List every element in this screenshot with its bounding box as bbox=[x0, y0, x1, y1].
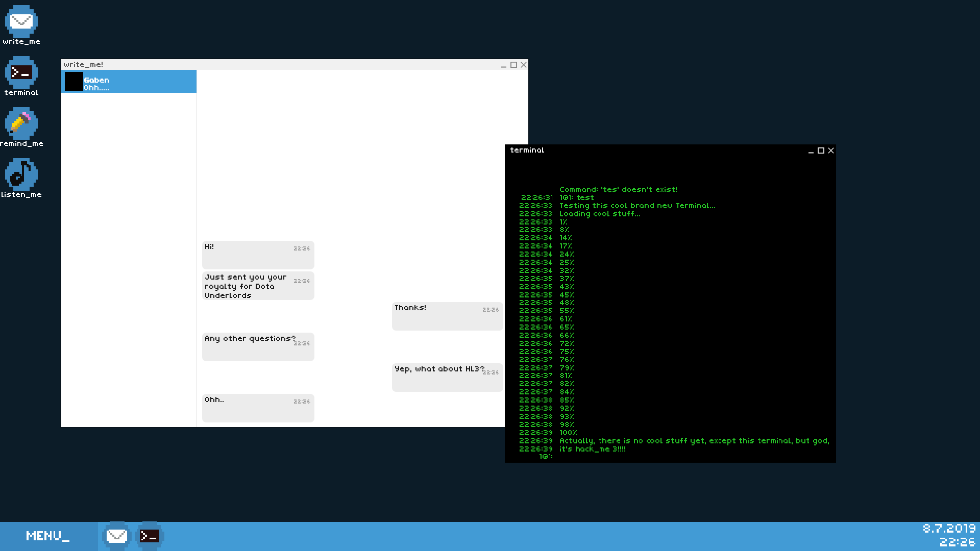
terminal-line-message-canvas bbox=[560, 252, 574, 259]
contact-row-gaben[interactable]: Gaben Ohh..... bbox=[61, 70, 197, 93]
terminal-line-message: 66% bbox=[560, 333, 574, 341]
terminal-line-message: Command: 'tes' doesn't exist! bbox=[560, 187, 677, 195]
terminal-line: 22:26:33 8% bbox=[505, 227, 836, 235]
terminal-line-timestamp: 22:26:35 bbox=[505, 308, 553, 316]
menu-button-label: MENU_ bbox=[27, 531, 69, 544]
chat-message-text-canvas bbox=[205, 274, 286, 300]
write-me-window-title-canvas bbox=[64, 62, 103, 69]
terminal-line: 22:26:38 98% bbox=[505, 422, 836, 430]
terminal-line-message-canvas bbox=[560, 211, 640, 218]
terminal-line-timestamp: 22:26:36 bbox=[505, 333, 553, 341]
chat-message-text-canvas bbox=[205, 244, 213, 251]
terminal-line-timestamp-canvas bbox=[520, 300, 553, 307]
terminal-line-message-canvas bbox=[560, 235, 572, 242]
terminal-line: 22:26:38 93% bbox=[505, 414, 836, 422]
taskbar-time: 22:26 bbox=[940, 538, 976, 550]
chat-message: Ohh.. 22:26 bbox=[202, 394, 314, 422]
terminal-line-message: Loading cool stuff... bbox=[560, 211, 640, 219]
terminal-line-timestamp-canvas bbox=[520, 446, 553, 454]
terminal-line-timestamp: 22:26:31 bbox=[505, 195, 553, 203]
chat-message-time: 22:26 bbox=[483, 308, 499, 313]
terminal-line-message: 84% bbox=[560, 389, 574, 397]
terminal-line-timestamp-canvas bbox=[520, 324, 553, 332]
terminal-line-timestamp: 22:26:37 bbox=[505, 381, 553, 389]
terminal-line-timestamp-canvas bbox=[520, 357, 553, 364]
terminal-line: 22:26:35 43% bbox=[505, 284, 836, 292]
chat-message: Any other questions? 22:26 bbox=[202, 333, 314, 361]
maximize-icon[interactable] bbox=[510, 62, 517, 68]
desktop-icon-remind_me[interactable]: remind_me bbox=[5, 107, 38, 142]
terminal-window-controls bbox=[808, 147, 834, 154]
terminal-icon bbox=[5, 56, 38, 89]
write-me-window: write_me! Gaben Ohh..... Hi! 22:26 Just … bbox=[61, 59, 528, 427]
terminal-line-message: 82% bbox=[560, 381, 574, 389]
terminal-line-timestamp: 22:26:35 bbox=[505, 292, 553, 300]
terminal-line-message-canvas bbox=[560, 446, 625, 454]
terminal-line-timestamp-canvas bbox=[520, 316, 553, 323]
taskbar-app-terminal[interactable] bbox=[135, 521, 164, 551]
contact-avatar bbox=[65, 72, 83, 91]
terminal-line-timestamp-canvas bbox=[520, 308, 553, 315]
close-icon[interactable] bbox=[521, 62, 527, 68]
terminal-line-timestamp: 22:26:33 bbox=[505, 227, 553, 235]
terminal-line-message-canvas bbox=[560, 454, 561, 461]
contact-preview: Ohh..... bbox=[84, 85, 109, 92]
desktop-icon-terminal[interactable]: terminal bbox=[5, 56, 38, 91]
terminal-line-message-canvas bbox=[560, 300, 574, 307]
terminal-line-message-canvas bbox=[560, 195, 594, 202]
terminal-line-message: 81% bbox=[560, 373, 572, 381]
minimize-icon[interactable] bbox=[808, 147, 814, 154]
terminal-line-timestamp: 22:26:34 bbox=[505, 252, 553, 260]
terminal-line: 22:26:39 Actually, there is no cool stuf… bbox=[505, 438, 836, 446]
chat-message-text-canvas bbox=[205, 397, 224, 404]
chat-message-time-canvas bbox=[483, 370, 499, 376]
chat-message-time-canvas bbox=[294, 279, 310, 285]
desktop-icon-label-canvas bbox=[2, 192, 41, 199]
taskbar-app-write-me[interactable] bbox=[102, 521, 132, 551]
terminal-line: 22:26:37 79% bbox=[505, 365, 836, 373]
terminal-line-timestamp: 22:26:38 bbox=[505, 397, 553, 406]
terminal-line-timestamp-canvas bbox=[522, 195, 553, 202]
terminal-line-timestamp-canvas bbox=[520, 389, 553, 396]
terminal-line-message: it's hack_me 3!!!! bbox=[560, 446, 625, 455]
chat-message-text: Ohh.. bbox=[205, 397, 224, 404]
terminal-line-message: 75% bbox=[560, 349, 574, 357]
menu-button[interactable]: MENU_ bbox=[0, 522, 98, 551]
terminal-line-message-canvas bbox=[560, 430, 577, 437]
terminal-line-timestamp bbox=[505, 187, 553, 195]
write-me-titlebar[interactable]: write_me! bbox=[61, 59, 528, 70]
terminal-line-timestamp: 22:26:33 bbox=[505, 211, 553, 219]
terminal-window-title: terminal bbox=[510, 147, 544, 155]
terminal-line-message-canvas bbox=[560, 349, 574, 356]
write-me-window-title: write_me! bbox=[64, 62, 103, 69]
desktop-icon-write_me[interactable]: write_me bbox=[5, 5, 38, 40]
terminal-line-timestamp: 22:26:37 bbox=[505, 357, 553, 365]
terminal-line-message-canvas bbox=[560, 365, 574, 372]
terminal-line-message-canvas bbox=[560, 422, 574, 429]
minimize-icon[interactable] bbox=[501, 62, 507, 68]
terminal-line-timestamp: 22:26:39 bbox=[505, 430, 553, 438]
terminal-line-message: 37% bbox=[560, 276, 574, 284]
terminal-line-timestamp-canvas bbox=[520, 235, 553, 242]
close-icon[interactable] bbox=[828, 147, 834, 154]
terminal-line-timestamp-canvas bbox=[520, 414, 553, 421]
terminal-line: 22:26:31 1@1: test bbox=[505, 195, 836, 203]
terminal-line-timestamp-canvas bbox=[520, 284, 553, 291]
terminal-line-timestamp: 22:26:36 bbox=[505, 341, 553, 349]
terminal-line: 22:26:36 61% bbox=[505, 316, 836, 324]
terminal-window-title-canvas bbox=[510, 147, 544, 155]
terminal-line: 22:26:36 72% bbox=[505, 341, 836, 349]
taskbar: MENU_ 8.7.2019 22:26 bbox=[0, 522, 980, 551]
terminal-line: 22:26:35 37% bbox=[505, 276, 836, 284]
terminal-line: 1@1: bbox=[505, 454, 836, 462]
terminal-line-message-canvas bbox=[560, 324, 574, 332]
maximize-icon[interactable] bbox=[818, 147, 824, 154]
write_me-icon bbox=[5, 5, 38, 38]
terminal-line: 22:26:33 Testing this cool brand new Ter… bbox=[505, 203, 836, 211]
terminal-line: 22:26:36 65% bbox=[505, 324, 836, 333]
terminal-line-message-canvas bbox=[560, 292, 574, 299]
desktop-icon-label-canvas bbox=[0, 141, 43, 148]
terminal-line-message: 25% bbox=[560, 260, 574, 268]
desktop-icon-listen_me[interactable]: listen_me bbox=[5, 158, 38, 193]
terminal-line-message: 55% bbox=[560, 308, 574, 316]
